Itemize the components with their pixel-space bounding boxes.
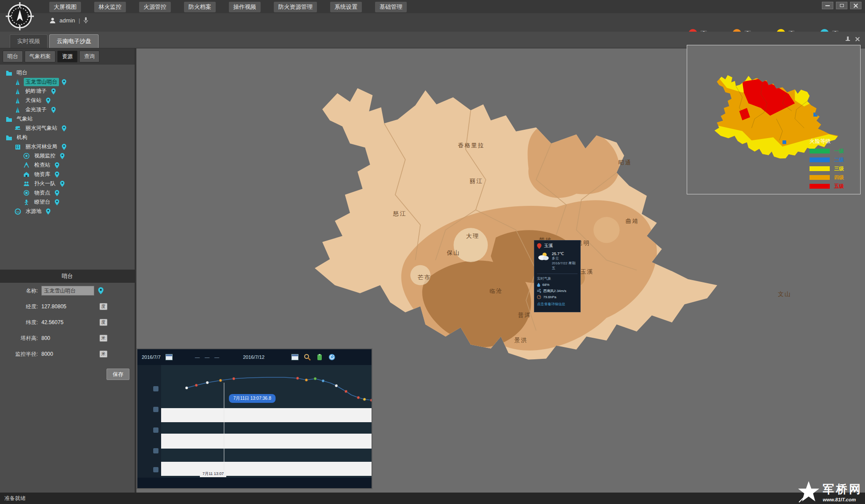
fire-danger-legend: 火险等级 一级 二级 三级 四级 五级: [810, 138, 844, 192]
close-button[interactable]: [850, 2, 861, 9]
locate-pin-icon[interactable]: [98, 287, 104, 295]
map-city-label-2: 丽江: [470, 177, 483, 185]
refresh-icon[interactable]: [328, 354, 336, 361]
team-icon: [23, 181, 30, 186]
alarm-event-dot[interactable]: [206, 381, 209, 384]
pin-icon[interactable]: [46, 98, 51, 104]
menu-item-7[interactable]: 基础管理: [375, 2, 407, 12]
pin-icon[interactable]: [62, 125, 66, 131]
alarm-event-dot[interactable]: [370, 399, 372, 402]
alarm-event-dot[interactable]: [322, 380, 324, 382]
subtab-query[interactable]: 查询: [79, 51, 99, 62]
popup-more-link[interactable]: 点击查看详细信息: [537, 302, 578, 307]
level-2-swatch: [810, 157, 830, 162]
pin-icon[interactable]: [55, 162, 59, 168]
search-icon[interactable]: [303, 354, 311, 361]
export-icon[interactable]: [316, 354, 324, 361]
tree-item-1[interactable]: 玉龙雪山哨台: [2, 77, 133, 87]
tab-close-icon[interactable]: [854, 36, 861, 42]
alarm-event-dot[interactable]: [357, 396, 360, 399]
tree-item-14[interactable]: 瞭望台: [2, 197, 133, 207]
tree-item-7[interactable]: 机构: [2, 133, 133, 142]
mic-icon[interactable]: [84, 17, 88, 24]
pin-icon[interactable]: [55, 190, 59, 196]
tab-yunnan-sandbox[interactable]: 云南电子沙盘: [49, 34, 99, 48]
tree-item-15[interactable]: 水源地: [2, 207, 133, 216]
map-area[interactable]: 香格里拉怒江丽江昭通大理曲靖保山芒市楚雄昆明玉溪临沧文山普洱景洪 火险等级 一级…: [136, 48, 865, 493]
alarm-event-dot[interactable]: [195, 384, 198, 387]
tree-item-10[interactable]: 检查站: [2, 161, 133, 170]
pin-icon[interactable]: [46, 208, 51, 215]
popup-city: 玉溪: [544, 243, 553, 249]
pin-icon[interactable]: [55, 172, 59, 178]
minimize-button[interactable]: [822, 2, 833, 9]
name-input[interactable]: [41, 286, 94, 296]
timeline-series-line: [187, 377, 372, 402]
pin-icon[interactable]: [55, 199, 59, 205]
tree-item-8[interactable]: 丽水河林业局: [2, 142, 133, 151]
weather-popup[interactable]: 玉溪 25.7℃ 多云 2016/7/22 星期五 实时气象 68% 西南风2.…: [534, 240, 581, 312]
chart-end-date[interactable]: 2016/7/12: [243, 354, 265, 360]
properties-panel: 名称: 经度: 127.80805 度 纬度: 42.56075 度 塔杆高: …: [0, 283, 135, 362]
alarm-event-dot[interactable]: [305, 379, 308, 381]
tree-item-12[interactable]: 扑火一队: [2, 179, 133, 188]
alarm-event-dot[interactable]: [296, 377, 299, 380]
pin-icon[interactable]: [60, 153, 65, 159]
subtab-resources[interactable]: 资源: [57, 51, 77, 62]
monitor-radius-value: 8000: [41, 351, 90, 357]
timeline-chart-svg[interactable]: [161, 365, 372, 478]
alarm-event-dot[interactable]: [345, 390, 347, 393]
pin-icon[interactable]: [62, 79, 66, 85]
save-button[interactable]: 保存: [107, 369, 129, 380]
menu-item-0[interactable]: 大屏视图: [49, 2, 81, 12]
date-range-separator: — — —: [195, 354, 221, 360]
title-bar: 大屏视图 林火监控 火源管控 防火档案 操作视频 防火资源管理 系统设置 基础管…: [0, 0, 865, 13]
subtab-station[interactable]: 哨台: [3, 51, 23, 62]
building-icon: [14, 144, 21, 150]
tree-item-11[interactable]: 物资库: [2, 170, 133, 179]
pin-icon[interactable]: [60, 181, 65, 187]
tree-item-9[interactable]: 视频监控: [2, 151, 133, 161]
pin-icon[interactable]: [62, 144, 66, 150]
tree-item-3[interactable]: 天保站: [2, 96, 133, 105]
tree-item-5[interactable]: 气象站: [2, 114, 133, 124]
tab-realtime-video[interactable]: 实时视频: [10, 34, 48, 48]
pin-icon[interactable]: [51, 88, 56, 95]
timeline-chart-panel[interactable]: 2016/7/7 — — — 2016/7/12 温度曲线: [136, 348, 372, 489]
pin-icon[interactable]: [845, 36, 851, 42]
subtab-weather-archive[interactable]: 气象档案: [25, 51, 55, 62]
tree-item-13[interactable]: 物资点: [2, 188, 133, 197]
end-calendar-icon[interactable]: [291, 354, 299, 361]
chart-start-date[interactable]: 2016/7/7: [142, 354, 161, 360]
map-city-label-13: 普洱: [518, 311, 531, 319]
menu-item-6[interactable]: 系统设置: [330, 2, 362, 12]
alarm-event-dot[interactable]: [335, 384, 338, 387]
map-city-label-12: 文山: [778, 290, 791, 298]
timeline-chart-body[interactable]: 温度曲线 7月11日 13:07:36.8 7月11 13:07: [137, 365, 372, 478]
tree-item-0[interactable]: 哨台: [2, 68, 133, 77]
alarm-event-dot[interactable]: [185, 387, 188, 389]
yunnan-province-map[interactable]: [247, 79, 735, 361]
map-city-label-6: 保山: [447, 249, 460, 257]
start-calendar-icon[interactable]: [165, 354, 173, 361]
pin-icon[interactable]: [51, 107, 56, 113]
tower-height-value: 800: [41, 335, 90, 341]
alarm-event-dot[interactable]: [219, 379, 222, 382]
tree-item-label: 物资点: [33, 189, 52, 197]
tree-item-6[interactable]: 丽水河气象站: [2, 124, 133, 133]
menu-item-4[interactable]: 操作视频: [229, 2, 261, 12]
alarm-event-dot[interactable]: [314, 377, 317, 380]
maximize-button[interactable]: [836, 2, 847, 9]
alarm-event-dot[interactable]: [232, 377, 235, 380]
level-4-swatch: [810, 175, 830, 180]
tree-item-4[interactable]: 金光顶子: [2, 105, 133, 114]
watermark: 军桥网 www.81IT.com: [797, 480, 862, 503]
menu-item-5[interactable]: 防火资源管理: [274, 2, 317, 12]
menu-item-1[interactable]: 林火监控: [94, 2, 126, 12]
menu-item-3[interactable]: 防火档案: [184, 2, 216, 12]
fire-danger-minimap[interactable]: 火险等级 一级 二级 三级 四级 五级: [687, 45, 861, 194]
tree-item-label: 瞭望台: [33, 198, 52, 206]
menu-item-2[interactable]: 火源管控: [139, 2, 171, 12]
tree-item-2[interactable]: 蚂蚱塘子: [2, 87, 133, 96]
alarm-event-dot[interactable]: [363, 398, 366, 401]
